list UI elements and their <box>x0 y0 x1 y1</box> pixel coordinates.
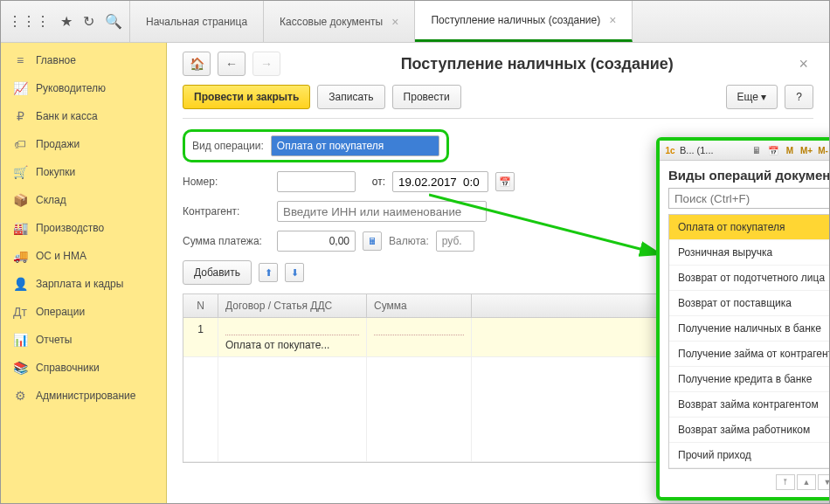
home-button[interactable]: 🏠 <box>183 52 211 76</box>
sidebar-item-label: Продажи <box>36 138 80 150</box>
help-button[interactable]: ? <box>785 85 813 109</box>
sidebar-item-label: Банк и касса <box>36 110 98 122</box>
counterparty-field[interactable] <box>277 201 487 222</box>
nav-down-icon[interactable]: ▼ <box>818 474 829 490</box>
sidebar-item[interactable]: ДтОперации <box>1 298 166 326</box>
nav-up-icon[interactable]: ▲ <box>797 474 816 490</box>
calculator-icon[interactable]: 🖩 <box>363 231 382 251</box>
calc-icon[interactable]: 🖩 <box>750 143 764 157</box>
sidebar-item-label: Администрирование <box>36 390 135 402</box>
sidebar-item[interactable]: 📈Руководителю <box>1 74 166 102</box>
sidebar-item[interactable]: 🏭Производство <box>1 214 166 242</box>
sidebar-icon: 🛒 <box>13 165 27 179</box>
sidebar-icon: ≡ <box>13 53 27 67</box>
popup-heading: Виды операций документ... <box>660 161 829 188</box>
sidebar-item-label: Склад <box>36 194 66 206</box>
apps-icon[interactable]: ⋮⋮⋮ <box>8 13 50 30</box>
operation-type-option[interactable]: Возврат займа работником <box>669 418 829 443</box>
sidebar-item[interactable]: ≡Главное <box>1 46 166 74</box>
sidebar-item[interactable]: 📚Справочники <box>1 354 166 382</box>
sidebar-item[interactable]: 🛒Покупки <box>1 158 166 186</box>
payment-sum-field[interactable]: 0,00 <box>277 231 356 252</box>
sidebar-item-label: Операции <box>36 306 85 318</box>
sidebar-item-label: Покупки <box>36 166 75 178</box>
operation-type-option[interactable]: Оплата от покупателя <box>669 215 829 240</box>
number-field[interactable] <box>277 171 356 192</box>
operation-type-option[interactable]: Возврат от подотчетного лица <box>669 266 829 291</box>
operation-type-option[interactable]: Получение наличных в банке <box>669 316 829 342</box>
popup-search-input[interactable] <box>668 188 829 209</box>
date-field[interactable] <box>392 171 488 192</box>
tab[interactable]: Поступление наличных (создание)× <box>415 1 633 42</box>
operation-type-highlight: Вид операции: Оплата от покупателя <box>183 129 449 162</box>
move-up-icon[interactable]: ⬆ <box>259 263 278 282</box>
sidebar-item[interactable]: ₽Банк и касса <box>1 102 166 130</box>
sidebar-icon: Дт <box>13 305 27 319</box>
memory-plus-icon[interactable]: M+ <box>799 143 813 157</box>
operation-type-option[interactable]: Получение кредита в банке <box>669 367 829 392</box>
sidebar-item[interactable]: 📊Отчеты <box>1 326 166 354</box>
history-icon[interactable]: ↻ <box>83 13 94 30</box>
sidebar-item[interactable]: 👤Зарплата и кадры <box>1 270 166 298</box>
operation-type-field[interactable]: Оплата от покупателя <box>271 135 439 156</box>
contract-cell[interactable] <box>225 323 359 335</box>
app-logo-icon: 1c <box>663 143 677 157</box>
sidebar-item[interactable]: 📦Склад <box>1 186 166 214</box>
close-icon[interactable]: × <box>793 55 813 73</box>
top-icon-group: ⋮⋮⋮ ★ ↻ 🔍 <box>1 1 130 42</box>
sidebar-icon: 👤 <box>13 277 27 291</box>
tab-close-icon[interactable]: × <box>609 13 616 27</box>
operation-type-option[interactable]: Возврат займа контрагентом <box>669 392 829 418</box>
col-contract[interactable]: Договор / Статья ДДС <box>218 294 367 317</box>
sidebar-item[interactable]: ⚙Администрирование <box>1 382 166 410</box>
move-down-icon[interactable]: ⬇ <box>285 263 304 282</box>
sum-cell[interactable] <box>374 323 464 335</box>
sidebar-item-label: Руководителю <box>36 82 106 94</box>
sidebar: ≡Главное📈Руководителю₽Банк и касса🏷Прода… <box>1 43 167 503</box>
sidebar-item-label: Производство <box>36 222 104 234</box>
forward-button[interactable]: → <box>252 52 280 76</box>
document-area: 🏠 ← → Поступление наличных (создание) × … <box>167 43 829 503</box>
sidebar-icon: 📦 <box>13 193 27 207</box>
page-title: Поступление наличных (создание) <box>287 55 786 73</box>
sidebar-item-label: Отчеты <box>36 334 72 346</box>
col-n[interactable]: N <box>183 294 218 317</box>
tab-close-icon[interactable]: × <box>391 15 398 29</box>
sidebar-icon: 📊 <box>13 333 27 347</box>
memory-m-icon[interactable]: M <box>783 143 797 157</box>
back-button[interactable]: ← <box>218 52 246 76</box>
sidebar-item[interactable]: 🚚ОС и НМА <box>1 242 166 270</box>
tab-bar: Начальная страницаКассовые документы×Пос… <box>130 1 633 42</box>
sidebar-icon: ⚙ <box>13 389 27 403</box>
sidebar-icon: 📈 <box>13 81 27 95</box>
sidebar-icon: 🚚 <box>13 249 27 263</box>
sidebar-item[interactable]: 🏷Продажи <box>1 130 166 158</box>
dds-cell[interactable]: Оплата от покупате... <box>225 339 359 351</box>
tab[interactable]: Кассовые документы× <box>264 1 415 42</box>
calendar-small-icon[interactable]: 📅 <box>766 143 780 157</box>
memory-minus-icon[interactable]: M- <box>816 143 829 157</box>
operation-type-option[interactable]: Получение займа от контрагента <box>669 342 829 367</box>
search-icon[interactable]: 🔍 <box>105 13 122 30</box>
popup-titlebar[interactable]: 1c В... (1... 🖩 📅 M M+ M- □ ✕ <box>660 141 829 161</box>
operation-type-option[interactable]: Прочий приход <box>669 443 829 468</box>
popup-nav: ⤒ ▲ ▼ ⤓ <box>660 474 829 497</box>
tab[interactable]: Начальная страница <box>130 1 264 42</box>
currency-label: Валюта: <box>389 235 429 247</box>
popup-window-title: В... (1... <box>680 145 747 155</box>
col-sum[interactable]: Сумма <box>367 294 472 317</box>
currency-field[interactable]: руб. <box>436 231 474 252</box>
payment-sum-label: Сумма платежа: <box>183 235 270 247</box>
post-button[interactable]: Провести <box>392 85 461 109</box>
post-and-close-button[interactable]: Провести и закрыть <box>183 85 310 109</box>
save-button[interactable]: Записать <box>317 85 384 109</box>
more-button[interactable]: Еще ▾ <box>726 85 778 109</box>
calendar-icon[interactable]: 📅 <box>495 172 515 191</box>
operation-type-option[interactable]: Возврат от поставщика <box>669 291 829 316</box>
nav-top-icon[interactable]: ⤒ <box>776 474 795 490</box>
star-icon[interactable]: ★ <box>60 13 73 30</box>
add-row-button[interactable]: Добавить <box>183 260 252 285</box>
operation-type-option[interactable]: Розничная выручка <box>669 240 829 266</box>
sidebar-icon: 📚 <box>13 361 27 375</box>
popup-search: × <box>668 188 829 209</box>
